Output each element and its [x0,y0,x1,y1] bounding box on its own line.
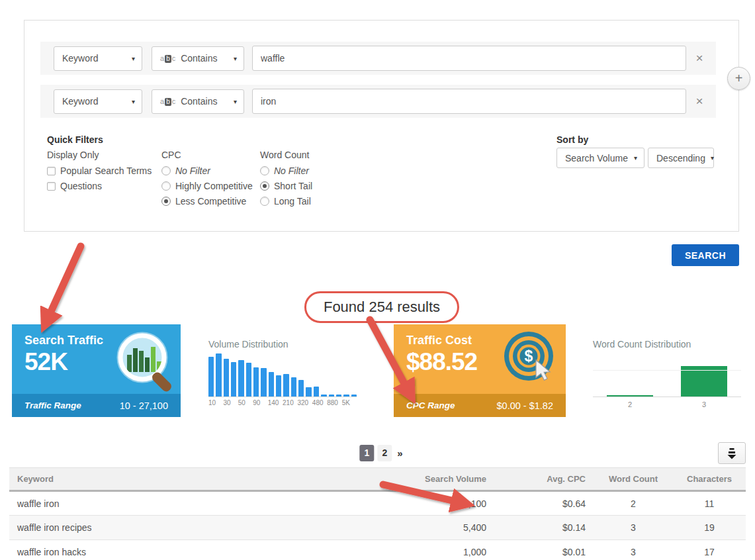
next-pages-icon[interactable]: » [395,447,404,459]
table-row: waffle iron 27,100 $0.64 2 11 [9,491,746,516]
axis-tick-label: 480 [312,399,327,406]
chevron-down-icon: ▾ [634,154,637,162]
word-count-axis-labels: 23 [593,400,741,408]
radio-cpc-highly-competitive[interactable]: Highly Competitive [161,181,253,191]
search-button[interactable]: SEARCH [672,244,739,266]
characters-cell: 11 [673,491,746,516]
option-label: No Filter [274,165,309,176]
field-select[interactable]: Keyword ▾ [54,46,142,71]
operator-select-value: Contains [181,53,228,64]
filter-row: Keyword ▾ abc Contains ▾ × [40,85,716,118]
axis-tick-label: 3 [667,400,741,408]
operator-select-value: Contains [181,96,228,107]
radio-cpc-less-competitive[interactable]: Less Competitive [161,197,253,206]
chart-bar [314,387,319,397]
chart-bar [321,395,326,397]
cpc-label: CPC [161,150,253,160]
field-select-value: Keyword [62,96,126,107]
column-header-characters: Characters [673,468,746,491]
radio-wc-short-tail[interactable]: Short Tail [260,181,312,191]
sort-direction-value: Descending [656,153,705,163]
page-button-1[interactable]: 1 [359,445,374,461]
sort-direction-select[interactable]: Descending ▾ [648,148,714,168]
avg-cpc-cell: $0.14 [494,516,594,540]
card-title: Traffic Cost [406,334,472,348]
filter-panel: Keyword ▾ abc Contains ▾ × Keyword ▾ abc… [24,20,739,232]
chart-bar [269,372,274,397]
column-header-search-volume: Search Volume [372,468,494,491]
characters-cell: 17 [673,540,746,560]
radio-icon [161,181,171,191]
display-only-group: Display Only Popular Search Terms Questi… [47,150,152,197]
card-value: $88.52 [406,348,477,376]
keyword-cell: waffle iron [9,491,372,516]
add-filter-button[interactable]: + [727,67,750,90]
checkbox-popular-search-terms[interactable]: Popular Search Terms [47,166,152,175]
chart-bar [231,362,236,397]
keyword-cell: waffle iron hacks [9,540,372,560]
footer-value: 10 - 27,100 [120,400,168,411]
radio-icon [260,166,269,175]
remove-filter-icon[interactable]: × [691,94,708,109]
volume-distribution-chart [208,353,357,397]
chevron-down-icon: ▾ [711,154,714,162]
chart-title: Volume Distribution [208,339,289,350]
radio-cpc-no-filter[interactable]: No Filter [161,166,253,175]
option-label: Popular Search Terms [60,165,152,176]
column-header-keyword: Keyword [9,468,372,491]
chart-bar [681,366,727,397]
checkbox-icon [47,182,56,191]
pagination: 1 2 » [359,445,404,461]
chart-bar [291,377,296,397]
chart-bar [246,363,251,397]
results-count-banner: Found 254 results [304,291,459,323]
search-volume-cell: 1,000 [372,540,494,560]
footer-label: CPC Range [406,400,497,410]
chart-title: Word Count Distribution [593,339,691,350]
quick-filters-title: Quick Filters [47,134,103,145]
page-button-2[interactable]: 2 [377,445,392,461]
radio-wc-long-tail[interactable]: Long Tail [260,197,312,206]
avg-cpc-cell: $0.64 [494,491,594,516]
radio-icon [260,197,269,206]
keyword-filter-input[interactable] [252,89,686,114]
checkbox-icon [47,167,56,175]
search-traffic-card: Search Traffic 52K Traffic Range 10 - 27… [12,324,181,417]
chart-bar [343,395,349,397]
word-count-cell: 3 [594,540,673,560]
card-title: Search Traffic [24,334,103,348]
chart-bar [298,380,304,397]
footer-label: Traffic Range [24,400,120,410]
dollar-target-icon: $ [498,328,559,391]
radio-icon [161,197,171,206]
keyword-filter-input[interactable] [252,46,686,71]
field-select-value: Keyword [62,53,126,64]
axis-tick-label: 10 [208,399,223,406]
chart-bar [261,368,266,397]
word-count-cell: 2 [594,491,673,516]
footer-value: $0.00 - $1.82 [497,400,553,411]
svg-text:$: $ [525,348,533,365]
operator-select[interactable]: abc Contains ▾ [152,46,244,71]
axis-tick-label: 30 [223,399,238,406]
sort-field-select[interactable]: Search Volume ▾ [556,148,644,168]
checkbox-questions[interactable]: Questions [47,181,152,191]
remove-filter-icon[interactable]: × [691,51,708,66]
axis-tick-label: 5K [342,399,357,406]
annotation-arrow-search-traffic [46,246,81,322]
column-header-avg-cpc: Avg. CPC [494,468,594,491]
chart-bar [208,357,214,397]
radio-icon [161,166,171,175]
option-label: No Filter [175,165,210,176]
download-button[interactable] [718,442,746,464]
radio-wc-no-filter[interactable]: No Filter [260,166,312,175]
table-row: waffle iron hacks 1,000 $0.01 3 17 [9,540,746,560]
chevron-down-icon: ▾ [132,55,135,62]
operator-select[interactable]: abc Contains ▾ [152,89,244,114]
field-select[interactable]: Keyword ▾ [54,89,142,114]
option-label: Questions [60,181,102,191]
download-icon [725,447,738,460]
chart-bar [276,375,281,397]
option-label: Short Tail [274,181,312,191]
chart-bar [238,360,244,397]
